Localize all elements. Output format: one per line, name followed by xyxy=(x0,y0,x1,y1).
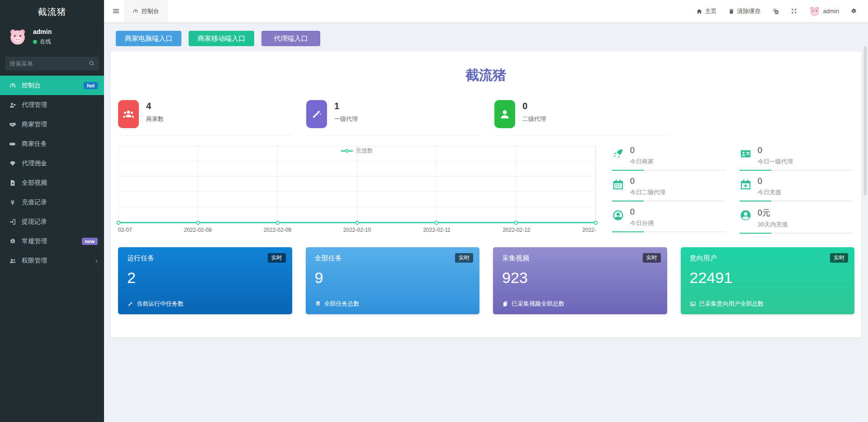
user-circle-icon xyxy=(740,210,750,220)
mini-stat-value: 0元 xyxy=(758,207,787,218)
summary-card-title: 运行任务 xyxy=(127,254,283,263)
mini-stat-value: 0 xyxy=(630,207,654,217)
database-icon xyxy=(316,302,319,306)
sidebar-item[interactable]: 代理管理 xyxy=(0,95,104,115)
chart-series-line xyxy=(119,222,596,223)
mini-stat-label: 30天内充值 xyxy=(758,221,787,229)
sidebar-item[interactable]: 控制台 hot xyxy=(0,76,104,95)
file-video-icon xyxy=(11,180,15,186)
clear-cache-button[interactable]: 清除缓存 xyxy=(728,7,761,15)
page-title: 截流猪 xyxy=(110,66,861,85)
mini-stat-label: 今日一级代理 xyxy=(758,158,793,166)
chart-data-point xyxy=(594,221,598,225)
sidebar-item[interactable]: 提现记录 xyxy=(0,212,104,231)
dashboard-card: 截流猪 4 商家数 xyxy=(110,52,861,337)
user-circle-outline-icon xyxy=(613,210,623,220)
settings-gear-icon[interactable] xyxy=(850,8,857,14)
realtime-badge: 实时 xyxy=(455,253,473,263)
x-axis-tick-label: 2022-02-11 xyxy=(423,227,451,233)
stat-value: 0 xyxy=(522,101,546,111)
sidebar-item[interactable]: 常规管理 new xyxy=(0,231,104,251)
stat-label: 一级代理 xyxy=(334,115,358,123)
stat-value: 1 xyxy=(334,101,358,111)
app-title: 截流猪 xyxy=(0,0,104,18)
recharge-line-chart: 充值数 2022-02-072022-02-082022-02-092022-0… xyxy=(118,146,596,235)
search-input[interactable] xyxy=(5,56,100,71)
sidebar-item-label: 代理佣金 xyxy=(22,159,47,168)
x-axis-tick-label: 2022-02-13 xyxy=(582,227,596,233)
stat-icon-box xyxy=(118,100,139,128)
sidebar-item[interactable]: 商家任务 xyxy=(0,134,104,153)
sidebar-item[interactable]: 商家管理 xyxy=(0,115,104,134)
legend-label: 充值数 xyxy=(356,147,373,155)
stat-icon-box xyxy=(306,100,327,128)
summary-card-footer: 全部任务总数 xyxy=(324,300,360,308)
stat-item: 0 二级代理 xyxy=(494,100,668,136)
home-link[interactable]: 主页 xyxy=(696,7,717,15)
mini-stat-underline xyxy=(740,170,854,171)
user-menu[interactable]: admin xyxy=(809,5,839,17)
sidebar-item-label: 常规管理 xyxy=(22,237,47,245)
mini-stat-underline xyxy=(612,231,726,232)
mini-stat: 0元 30天内充值 xyxy=(740,207,854,234)
stat-label: 二级代理 xyxy=(522,115,546,123)
trash-icon xyxy=(728,8,735,14)
sidebar-item[interactable]: 权限管理 ‹ xyxy=(0,251,104,270)
yen-icon xyxy=(11,200,14,205)
chart-x-axis: 2022-02-072022-02-082022-02-092022-02-10… xyxy=(118,226,596,235)
summary-card: 全部任务 实时 9 全部任务总数 xyxy=(306,247,480,314)
clear-cache-label: 清除缓存 xyxy=(737,7,761,15)
sidebar-item[interactable]: 全部视频 xyxy=(0,173,104,192)
mini-stat: 0 今日一级代理 xyxy=(740,146,854,171)
stat-icon-box xyxy=(494,100,515,128)
x-axis-tick-label: 2022-02-08 xyxy=(184,227,211,233)
menu-badge: new xyxy=(82,238,98,245)
chart-data-point xyxy=(275,221,280,225)
sidebar-item[interactable]: 代理佣金 xyxy=(0,153,104,173)
online-dot-icon xyxy=(33,40,37,44)
scrollbar-thumb[interactable] xyxy=(863,46,867,196)
sidebar-item-label: 全部视频 xyxy=(22,179,47,187)
fullscreen-icon[interactable] xyxy=(791,8,797,14)
handshake-icon xyxy=(9,122,15,126)
image-icon xyxy=(690,302,695,306)
stat-value: 4 xyxy=(146,101,164,111)
pig-avatar xyxy=(8,27,27,46)
chart-legend[interactable]: 充值数 xyxy=(118,147,596,155)
entry-button[interactable]: 商家移动端入口 xyxy=(189,31,254,46)
navbar-username: admin xyxy=(823,8,839,14)
menu-badge: hot xyxy=(84,82,98,89)
stat-item: 4 商家数 xyxy=(118,100,292,136)
mini-stat-value: 0 xyxy=(758,177,781,186)
summary-card-footer: 已采集意向用户全部总数 xyxy=(699,300,764,308)
chevron-left-icon[interactable]: ‹ xyxy=(95,257,98,264)
home-label: 主页 xyxy=(705,7,717,15)
mini-stats-grid: 0 今日商家 0 今日一级代理 xyxy=(612,146,854,235)
summary-card-title: 采集视频 xyxy=(502,254,658,263)
language-icon[interactable] xyxy=(772,8,779,15)
id-card-icon xyxy=(741,150,750,158)
mini-stat-underline xyxy=(740,201,854,201)
tab-dashboard[interactable]: 控制台 xyxy=(124,0,167,22)
chart-data-point xyxy=(355,221,359,225)
entry-button[interactable]: 商家电脑端入口 xyxy=(116,31,181,46)
mini-stat-value: 0 xyxy=(630,177,665,186)
username: admin xyxy=(33,28,52,35)
sidebar-item-label: 商家任务 xyxy=(22,140,47,148)
search-icon xyxy=(89,60,95,67)
users-group-icon xyxy=(123,110,133,118)
mini-stat-value: 0 xyxy=(758,146,793,155)
mini-stat: 0 今日商家 xyxy=(612,146,726,171)
sidebar-menu: 控制台 hot 代理管理 商家管理 商家任务 xyxy=(0,76,104,270)
vertical-scrollbar[interactable] xyxy=(863,45,868,422)
sidebar-item-label: 商家管理 xyxy=(22,120,47,129)
mini-stat: 0 今日二级代理 xyxy=(612,177,726,201)
hamburger-menu-icon[interactable] xyxy=(112,7,120,15)
mini-stat-label: 今日二级代理 xyxy=(630,188,665,197)
cogs-icon xyxy=(10,239,15,244)
summary-card-value: 9 xyxy=(315,269,471,287)
sidebar-item-label: 充值记录 xyxy=(22,198,47,206)
sidebar-item[interactable]: 充值记录 xyxy=(0,192,104,212)
mini-stat-label: 今日充值 xyxy=(758,188,781,197)
entry-button[interactable]: 代理端入口 xyxy=(261,31,320,46)
